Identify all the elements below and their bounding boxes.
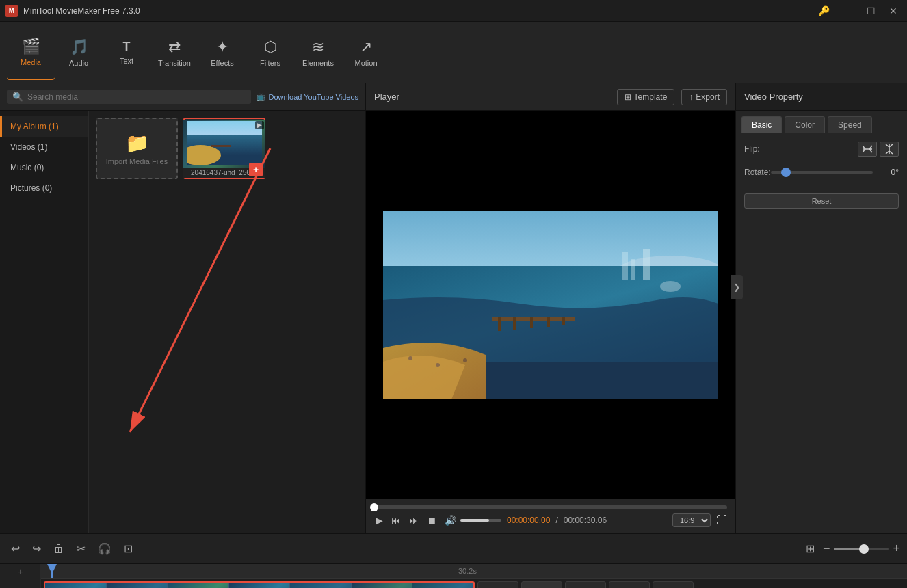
svg-rect-11 [513,317,516,330]
media-icon: 🎬 [22,38,40,55]
fullscreen-button[interactable]: ⛶ [716,514,727,526]
player-toolbar: Player ⊞ Template ↑ Export [366,83,735,111]
toolbar-item-elements[interactable]: ≋ Elements [294,25,342,80]
key-button[interactable]: 🔑 [814,4,834,18]
video-property-title: Video Property [744,92,803,102]
sidebar-item-music[interactable]: Music (0) [0,157,88,178]
toolbar-item-transition[interactable]: ⇄ Transition [150,25,198,80]
split-button[interactable]: ⊞ [802,539,819,558]
album-tree: My Album (1) Videos (1) Music (0) Pictur… [0,111,89,533]
maximize-button[interactable]: ☐ [863,4,880,18]
media-item-video1[interactable]: ▶ [183,118,265,179]
controls-row: ▶ ⏮ ⏭ ⏹ 🔊 00:00:00.00 / 00:00:30.06 [374,513,727,527]
transition-icon: ⇄ [168,38,181,56]
svg-rect-10 [498,317,501,331]
elements-icon: ≋ [312,38,324,56]
svg-rect-17 [643,249,650,280]
motion-icon: ↗ [360,38,372,56]
template-label: Template [634,92,668,102]
app-logo: M [5,5,18,17]
add-to-timeline-button[interactable]: + [249,163,263,176]
import-media-item[interactable]: 📁 Import Media Files [96,118,178,179]
volume-control: 🔊 [443,513,501,527]
download-youtube-button[interactable]: 📺 Download YouTube Videos [257,92,359,101]
toolbar-item-media[interactable]: 🎬 Media [7,25,55,80]
effects-icon: ✦ [216,38,228,56]
search-input[interactable] [27,92,246,102]
transition-slot-3[interactable]: ⇄ [565,581,606,588]
property-content: Flip: Rotate: [736,133,907,533]
crop-button[interactable]: ⊡ [120,539,137,558]
undo-button[interactable]: ↩ [7,539,24,558]
toolbar-label-effects: Effects [211,59,233,67]
svg-point-21 [660,281,681,292]
time-mark: 30.2s [458,567,477,575]
cut-button[interactable]: ✂ [73,539,90,558]
aspect-ratio-select[interactable]: 16:9 9:16 1:1 4:3 [672,513,711,527]
transition-slot-2[interactable]: ⬇ [521,581,562,588]
type-badge: ▶ [255,121,264,129]
toolbar-item-motion[interactable]: ↗ Motion [342,25,390,80]
toolbar-item-effects[interactable]: ✦ Effects [198,25,246,80]
flip-vertical-button[interactable] [880,142,899,157]
import-label: Import Media Files [106,157,168,165]
toolbar-item-text[interactable]: T Text [103,25,150,80]
clip-frame-7 [412,583,473,588]
tab-speed[interactable]: Speed [828,116,872,133]
toolbar-item-audio[interactable]: 🎵 Audio [55,25,103,80]
video-frame [383,211,718,399]
titlebar: M MiniTool MovieMaker Free 7.3.0 🔑 — ☐ ✕ [0,0,907,22]
volume-button[interactable]: 🔊 [443,513,458,527]
transition-slot-1[interactable]: ⇄ [477,581,518,588]
transition-slot-4[interactable] [609,581,650,588]
toolbar-label-filters: Filters [260,59,280,67]
sidebar-item-videos[interactable]: Videos (1) [0,137,88,157]
flip-horizontal-button[interactable] [858,142,877,157]
clip-frame-4 [229,583,291,588]
zoom-in-button[interactable]: + [893,542,900,556]
play-button[interactable]: ▶ [374,513,384,527]
redo-button[interactable]: ↪ [28,539,45,558]
main-toolbar: 🎬 Media 🎵 Audio T Text ⇄ Transition ✦ Ef… [0,22,907,83]
stop-button[interactable]: ⏹ [425,513,438,527]
playhead [51,564,53,578]
rotate-control: 0° [771,168,899,177]
thumbnail-svg [187,121,262,165]
template-icon: ⊞ [625,92,631,102]
audio-detach-button[interactable]: 🎧 [94,539,116,558]
player-toolbar-right: ⊞ Template ↑ Export [617,89,727,105]
video-thumbnail: ▶ [183,120,265,168]
prev-frame-button[interactable]: ⏮ [390,513,402,527]
volume-slider[interactable] [460,519,501,522]
reset-button[interactable]: Reset [744,193,899,209]
clip-frame-1 [45,583,107,588]
sidebar-item-myalbum[interactable]: My Album (1) [0,116,88,137]
minimize-button[interactable]: — [839,4,857,18]
filters-icon: ⬡ [264,38,277,56]
delete-button[interactable]: 🗑 [49,539,68,558]
add-track-button[interactable]: + [0,564,40,580]
next-frame-button[interactable]: ⏭ [408,513,420,527]
clip-frame-2 [107,583,168,588]
titlebar-controls: 🔑 — ☐ ✕ [814,4,902,18]
transition-slot-5[interactable]: ⇄ [653,581,694,588]
toolbar-label-audio: Audio [69,59,88,67]
video-track-icon: 🎞 [0,580,40,588]
svg-rect-14 [562,317,565,325]
export-button[interactable]: ↑ Export [681,89,727,105]
svg-rect-15 [622,252,628,280]
toolbar-item-filters[interactable]: ⬡ Filters [246,25,294,80]
video-clip[interactable] [44,581,475,588]
progress-bar[interactable] [374,505,727,509]
sidebar-item-pictures[interactable]: Pictures (0) [0,178,88,198]
zoom-slider[interactable] [834,548,889,550]
zoom-out-button[interactable]: − [823,542,830,556]
tab-basic[interactable]: Basic [741,116,782,133]
rotate-slider[interactable] [771,171,873,174]
collapse-panel-button[interactable]: ❯ [731,275,743,299]
template-button[interactable]: ⊞ Template [617,89,675,105]
tab-color[interactable]: Color [785,116,825,133]
svg-rect-4 [211,145,231,147]
close-button[interactable]: ✕ [885,4,902,18]
flip-row: Flip: [744,142,899,157]
